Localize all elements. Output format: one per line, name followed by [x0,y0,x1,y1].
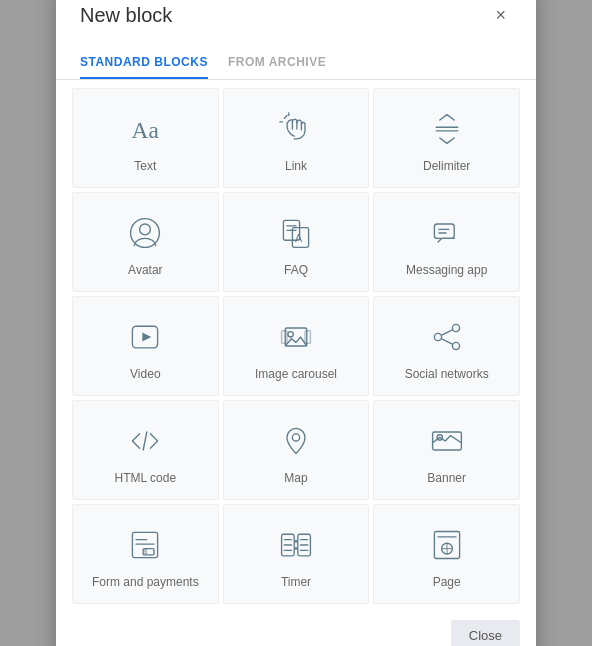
close-x-button[interactable]: × [489,4,512,26]
svg-point-44 [295,540,298,543]
map-icon [274,419,318,463]
block-avatar[interactable]: Avatar [72,192,219,292]
svg-point-23 [434,333,441,340]
timer-icon [274,523,318,567]
modal-footer: Close [56,612,536,647]
block-delimiter-label: Delimiter [423,159,470,173]
svg-rect-29 [432,432,461,450]
block-page[interactable]: Page [373,504,520,604]
block-social-label: Social networks [405,367,489,381]
block-delimiter[interactable]: Delimiter [373,88,520,188]
block-map-label: Map [284,471,307,485]
block-timer-label: Timer [281,575,311,589]
tabs-bar: STANDARD BLOCKS FROM ARCHIVE [56,35,536,80]
svg-text:A: A [295,232,303,244]
svg-text:$: $ [144,548,148,555]
block-text-label: Text [134,159,156,173]
block-video[interactable]: Video [72,296,219,396]
block-text[interactable]: Aa Text [72,88,219,188]
image-carousel-icon [274,315,318,359]
block-html-code[interactable]: HTML code [72,400,219,500]
svg-rect-20 [282,330,287,343]
svg-point-22 [452,324,459,331]
block-messaging[interactable]: Messaging app [373,192,520,292]
close-button[interactable]: Close [451,620,520,647]
block-faq[interactable]: A FAQ [223,192,370,292]
block-messaging-label: Messaging app [406,263,487,277]
svg-line-1 [284,115,287,118]
blocks-grid: Aa Text [56,80,536,612]
svg-marker-17 [143,332,152,341]
modal-header: New block × [56,0,536,27]
block-image-carousel[interactable]: Image carousel [223,296,370,396]
page-icon [425,523,469,567]
svg-line-26 [441,338,452,343]
form-icon: $ [123,523,167,567]
block-social-networks[interactable]: Social networks [373,296,520,396]
svg-line-27 [144,432,148,450]
svg-rect-13 [434,224,454,238]
block-avatar-label: Avatar [128,263,162,277]
block-link-label: Link [285,159,307,173]
faq-icon: A [274,211,318,255]
social-icon [425,315,469,359]
block-link[interactable]: Link [223,88,370,188]
svg-line-25 [441,329,452,334]
svg-point-45 [295,547,298,550]
modal-dialog: New block × STANDARD BLOCKS FROM ARCHIVE… [56,0,536,646]
block-form-payments[interactable]: $ Form and payments [72,504,219,604]
block-html-label: HTML code [115,471,177,485]
html-icon [123,419,167,463]
svg-rect-21 [305,330,310,343]
block-banner[interactable]: Banner [373,400,520,500]
block-video-label: Video [130,367,160,381]
overlay: New block × STANDARD BLOCKS FROM ARCHIVE… [0,0,592,646]
block-form-label: Form and payments [92,575,199,589]
svg-point-19 [288,331,293,336]
tab-standard-blocks[interactable]: STANDARD BLOCKS [80,47,208,79]
avatar-icon [123,211,167,255]
messaging-icon [425,211,469,255]
banner-icon [425,419,469,463]
svg-point-24 [452,342,459,349]
block-timer[interactable]: Timer [223,504,370,604]
block-banner-label: Banner [427,471,466,485]
delimiter-icon [425,107,469,151]
block-image-carousel-label: Image carousel [255,367,337,381]
block-map[interactable]: Map [223,400,370,500]
svg-point-28 [292,433,299,440]
tab-from-archive[interactable]: FROM ARCHIVE [228,47,326,79]
block-faq-label: FAQ [284,263,308,277]
link-icon [274,107,318,151]
modal-title: New block [80,4,172,27]
block-page-label: Page [433,575,461,589]
svg-text:Aa: Aa [132,117,160,143]
video-icon [123,315,167,359]
svg-point-7 [140,224,151,235]
text-icon: Aa [123,107,167,151]
